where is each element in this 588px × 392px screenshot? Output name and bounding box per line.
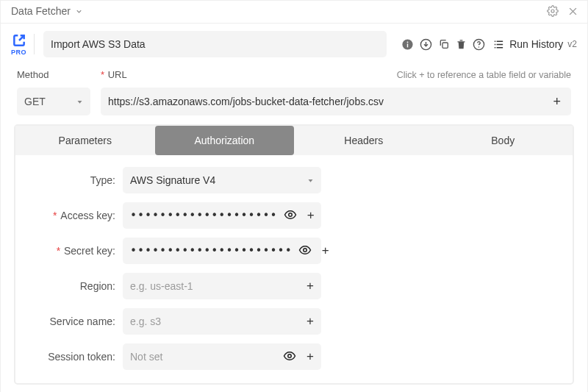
plus-icon[interactable]: + — [303, 208, 315, 223]
plus-icon[interactable]: + — [302, 349, 314, 364]
divider — [34, 34, 35, 54]
tab-headers[interactable]: Headers — [294, 126, 434, 155]
svg-point-14 — [288, 354, 292, 357]
gear-icon[interactable] — [547, 5, 559, 17]
method-label: Method — [17, 69, 90, 80]
plus-icon[interactable]: + — [318, 243, 329, 258]
external-link-icon — [12, 33, 26, 48]
pro-badge[interactable]: PRO — [11, 33, 26, 56]
plus-icon[interactable]: + — [302, 279, 314, 293]
plus-icon[interactable]: + — [550, 94, 564, 110]
access-key-label: Access key: — [27, 210, 115, 221]
chevron-down-icon — [307, 177, 314, 184]
service-name-input[interactable]: + — [123, 308, 321, 335]
url-label: URL — [101, 69, 127, 80]
titlebar: Data Fetcher — [1, 1, 587, 24]
region-input[interactable]: + — [123, 273, 321, 299]
svg-marker-11 — [309, 179, 313, 182]
download-icon[interactable] — [420, 38, 432, 51]
copy-icon[interactable] — [438, 38, 450, 50]
chevron-down-icon — [76, 99, 83, 105]
method-select[interactable]: GET — [17, 88, 90, 115]
request-name-input[interactable] — [43, 31, 387, 57]
request-tabs: Parameters Authorization Headers Body — [15, 126, 573, 155]
auth-type-select[interactable]: AWS Signature V4 — [123, 167, 321, 193]
session-token-input[interactable]: + — [123, 343, 321, 370]
secret-key-input[interactable]: •••••••••••••••••••••• + — [123, 238, 321, 264]
authorization-form: Type: AWS Signature V4 Access key: •••••… — [15, 155, 573, 383]
run-history-button[interactable]: Run History v2 — [492, 38, 577, 51]
svg-rect-4 — [407, 43, 408, 47]
service-name-label: Service name: — [27, 316, 115, 327]
plus-icon[interactable]: + — [302, 314, 314, 329]
svg-marker-10 — [78, 101, 82, 104]
region-label: Region: — [27, 280, 115, 292]
svg-point-13 — [303, 248, 306, 252]
eye-icon[interactable] — [283, 349, 296, 365]
url-hint: Click + to reference a table field or va… — [397, 70, 571, 80]
svg-point-12 — [288, 213, 292, 216]
info-icon[interactable] — [401, 38, 414, 51]
close-icon[interactable] — [567, 6, 578, 17]
access-key-input[interactable]: •••••••••••••••••••• + — [123, 202, 321, 229]
auth-type-label: Type: — [27, 174, 115, 186]
eye-icon[interactable] — [298, 243, 312, 259]
version-label: v2 — [567, 39, 577, 49]
secret-key-label: Secret key: — [27, 245, 115, 257]
tab-body[interactable]: Body — [434, 126, 573, 155]
list-icon — [492, 38, 505, 51]
tab-parameters[interactable]: Parameters — [15, 126, 155, 155]
eye-icon[interactable] — [284, 208, 297, 224]
svg-rect-7 — [442, 43, 448, 48]
toolbar: PRO Run History v2 — [1, 24, 587, 65]
app-title: Data Fetcher — [11, 5, 71, 17]
tab-authorization[interactable]: Authorization — [155, 126, 295, 155]
svg-point-9 — [478, 46, 479, 47]
svg-point-0 — [551, 10, 554, 13]
trash-icon[interactable] — [456, 39, 467, 50]
app-title-dropdown[interactable]: Data Fetcher — [11, 5, 83, 17]
session-token-label: Session token: — [27, 351, 115, 363]
svg-point-5 — [407, 41, 409, 43]
toolbar-actions — [401, 38, 485, 51]
help-icon[interactable] — [473, 38, 485, 51]
chevron-down-icon — [75, 7, 83, 15]
url-input[interactable]: + — [101, 88, 571, 115]
